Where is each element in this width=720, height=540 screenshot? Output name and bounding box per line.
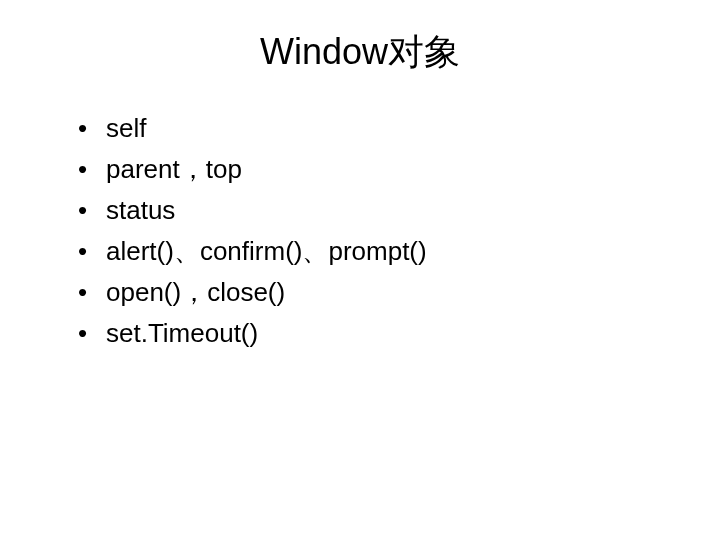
list-item: self	[78, 109, 670, 148]
slide-container: Window对象 self parent，top status alert()、…	[0, 0, 720, 540]
slide-title: Window对象	[50, 28, 670, 77]
list-item: alert()、confirm()、prompt()	[78, 232, 670, 271]
list-item: open()，close()	[78, 273, 670, 312]
bullet-list: self parent，top status alert()、confirm()…	[50, 109, 670, 353]
list-item: parent，top	[78, 150, 670, 189]
list-item: set.Timeout()	[78, 314, 670, 353]
list-item: status	[78, 191, 670, 230]
